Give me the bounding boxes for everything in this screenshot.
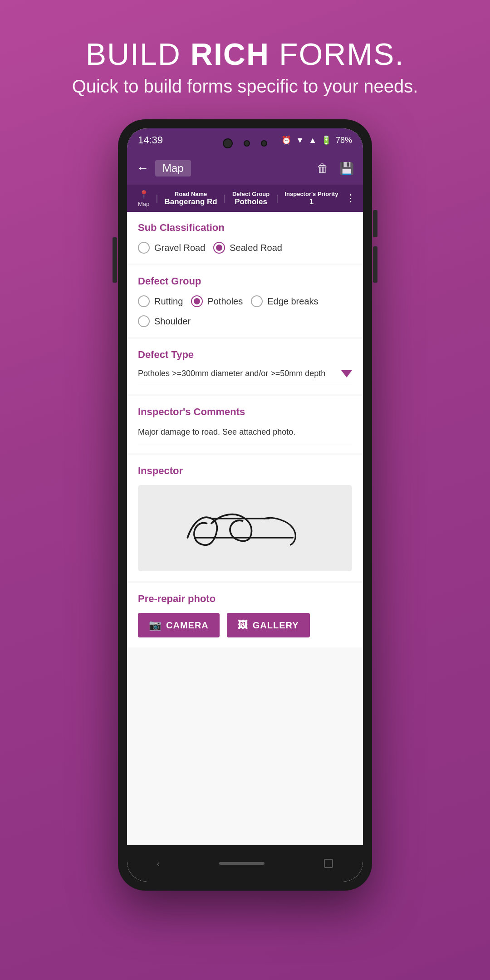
inspector-section: Inspector	[127, 455, 363, 581]
subtitle: Quick to build forms specific to your ne…	[72, 76, 418, 97]
sub-classification-title: Sub Classification	[138, 222, 352, 234]
title-normal: BUILD	[86, 37, 191, 71]
tab-road-name[interactable]: Road Name Bangerang Rd	[161, 189, 221, 208]
radio-rutting-label: Rutting	[154, 296, 183, 307]
camera-icon: 📷	[149, 619, 162, 631]
page-header: BUILD RICH FORMS. Quick to build forms s…	[72, 36, 418, 97]
main-title: BUILD RICH FORMS.	[72, 36, 418, 72]
comments-title: Inspector's Comments	[138, 406, 352, 418]
tab-defect-group-label: Defect Group	[232, 191, 270, 197]
defect-group-title: Defect Group	[138, 275, 352, 287]
radio-gravel-road[interactable]: Gravel Road	[138, 242, 205, 254]
dropdown-arrow-icon	[341, 370, 352, 377]
radio-potholes-label: Potholes	[207, 296, 243, 307]
nav-separator-1: |	[156, 193, 158, 204]
app-bar-left: ← Map	[136, 160, 191, 176]
radio-sealed-inner	[216, 245, 222, 251]
defect-type-dropdown[interactable]: Potholes >=300mm diameter and/or >=50mm …	[138, 369, 352, 384]
sub-classification-section: Sub Classification Gravel Road Sealed Ro…	[127, 212, 363, 264]
status-icons: ⏰ ▼ ▲ 🔋 78%	[281, 135, 352, 145]
title-bold: RICH	[191, 37, 270, 71]
back-gesture[interactable]: ‹	[157, 858, 160, 869]
tab-road-name-label: Road Name	[175, 191, 207, 197]
nav-separator-3: |	[276, 193, 278, 204]
delete-button[interactable]: 🗑	[317, 162, 328, 176]
home-pill[interactable]	[219, 862, 265, 865]
radio-edge-breaks-label: Edge breaks	[267, 296, 318, 307]
app-bar-title: Map	[155, 160, 191, 176]
signal-icon: ▲	[309, 136, 317, 145]
ir-dot	[261, 140, 267, 147]
radio-potholes-inner	[194, 298, 200, 304]
alarm-icon: ⏰	[281, 135, 291, 145]
defect-type-title: Defect Type	[138, 349, 352, 361]
tab-map[interactable]: 📍 Map	[134, 188, 153, 209]
radio-shoulder[interactable]: Shoulder	[138, 315, 191, 327]
radio-sealed-road[interactable]: Sealed Road	[213, 242, 282, 254]
radio-shoulder-label: Shoulder	[154, 316, 191, 327]
signature-drawing	[138, 485, 352, 571]
camera-btn-label: CAMERA	[166, 620, 209, 631]
radio-edge-breaks-outer	[251, 295, 263, 307]
defect-group-section: Defect Group Rutting Potholes Edg	[127, 265, 363, 337]
volume-down-button[interactable]	[373, 246, 377, 283]
radio-potholes-outer	[191, 295, 203, 307]
radio-shoulder-outer	[138, 315, 150, 327]
nav-tabs: 📍 Map | Road Name Bangerang Rd | Defect …	[127, 185, 363, 212]
defect-type-section: Defect Type Potholes >=300mm diameter an…	[127, 339, 363, 394]
tab-priority-value: 1	[309, 197, 314, 206]
tab-road-name-value: Bangerang Rd	[165, 197, 217, 206]
save-button[interactable]: 💾	[339, 162, 354, 176]
camera-area	[223, 138, 267, 148]
comments-section: Inspector's Comments Major damage to roa…	[127, 396, 363, 453]
inspector-title: Inspector	[138, 465, 352, 477]
radio-potholes[interactable]: Potholes	[191, 295, 243, 307]
radio-edge-breaks[interactable]: Edge breaks	[251, 295, 318, 307]
sensor-dot	[244, 140, 250, 147]
radio-rutting-outer	[138, 295, 150, 307]
tab-defect-group-value: Potholes	[235, 197, 267, 206]
power-button[interactable]	[113, 237, 117, 283]
gallery-icon: 🖼	[238, 619, 248, 631]
pre-repair-section: Pre-repair photo 📷 CAMERA 🖼 GALLERY	[127, 583, 363, 647]
tab-map-label: Map	[138, 201, 149, 207]
nav-more-icon[interactable]: ⋮	[346, 192, 356, 204]
camera-button[interactable]: 📷 CAMERA	[138, 613, 220, 637]
radio-gravel-label: Gravel Road	[154, 243, 205, 253]
map-pin-icon: 📍	[139, 190, 149, 200]
pre-repair-title: Pre-repair photo	[138, 593, 352, 605]
radio-sealed-label: Sealed Road	[230, 243, 282, 253]
tab-defect-group[interactable]: Defect Group Potholes	[229, 189, 273, 208]
phone-bottom-bar: ‹	[127, 845, 363, 882]
tab-priority-label: Inspector's Priority	[284, 191, 338, 197]
radio-gravel-outer	[138, 242, 150, 254]
form-content: Sub Classification Gravel Road Sealed Ro…	[127, 212, 363, 845]
tab-priority[interactable]: Inspector's Priority 1	[281, 189, 342, 208]
status-time: 14:39	[138, 134, 163, 146]
comments-value[interactable]: Major damage to road. See attached photo…	[138, 426, 352, 443]
radio-sealed-outer	[213, 242, 225, 254]
recents-button[interactable]	[324, 859, 333, 868]
volume-up-button[interactable]	[373, 210, 377, 237]
sub-classification-radio-group: Gravel Road Sealed Road	[138, 242, 352, 254]
nav-separator-2: |	[224, 193, 226, 204]
wifi-icon: ▼	[296, 136, 304, 145]
app-bar-right: 🗑 💾	[317, 162, 354, 176]
defect-type-value: Potholes >=300mm diameter and/or >=50mm …	[138, 369, 341, 378]
gallery-button[interactable]: 🖼 GALLERY	[227, 613, 310, 637]
app-bar: ← Map 🗑 💾	[127, 152, 363, 185]
title-end: FORMS.	[270, 37, 404, 71]
gallery-btn-label: GALLERY	[253, 620, 299, 631]
radio-rutting[interactable]: Rutting	[138, 295, 183, 307]
phone-frame: 14:39 ⏰ ▼ ▲ 🔋 78% ← Map 🗑 💾 📍	[118, 119, 372, 891]
back-button[interactable]: ←	[136, 161, 149, 176]
battery-percent: 78%	[336, 136, 352, 145]
battery-icon: 🔋	[321, 135, 331, 145]
front-camera	[223, 138, 233, 148]
photo-buttons: 📷 CAMERA 🖼 GALLERY	[138, 613, 352, 637]
defect-group-radio-group: Rutting Potholes Edge breaks Sh	[138, 295, 352, 327]
signature-box[interactable]	[138, 485, 352, 571]
